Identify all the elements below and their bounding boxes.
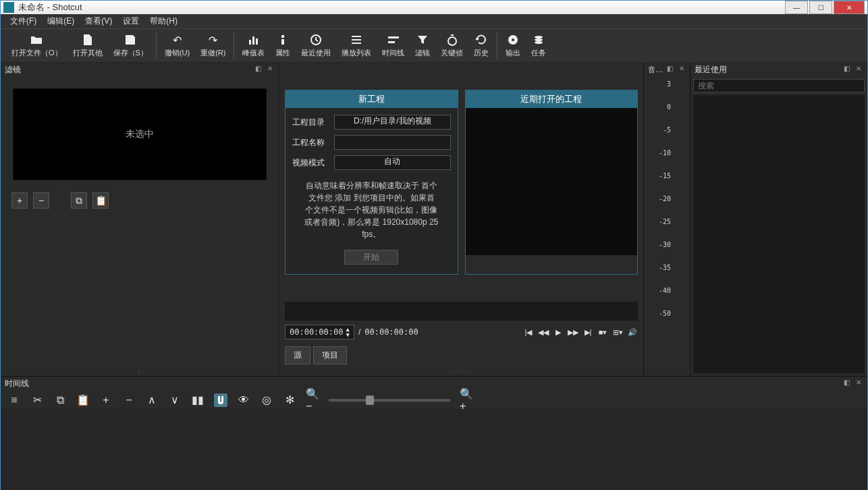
save-button[interactable]: 保存（S）	[108, 32, 153, 59]
video-mode-label: 视频模式	[292, 157, 334, 169]
player-scrubber[interactable]	[285, 302, 638, 321]
stack-icon	[532, 33, 545, 47]
svg-rect-12	[451, 34, 454, 36]
open-file-button[interactable]: 打开文件（O）	[6, 32, 67, 59]
lift-button[interactable]: ∧	[145, 393, 159, 407]
timeline-button[interactable]: 时间线	[377, 32, 410, 59]
ripple-button[interactable]: ◎	[260, 393, 273, 407]
tab-project[interactable]: 项目	[313, 346, 347, 364]
panel-close-icon[interactable]: ✕	[265, 65, 275, 74]
paste-filter-button[interactable]: 📋	[92, 192, 109, 209]
peak-meter-button[interactable]: 峰值表	[237, 32, 270, 59]
menu-edit[interactable]: 编辑(E)	[42, 14, 80, 28]
menu-help[interactable]: 帮助(H)	[144, 14, 183, 28]
jobs-button[interactable]: 任务	[526, 32, 551, 59]
panel-resize-handle[interactable]: ······	[279, 367, 643, 376]
menu-view[interactable]: 查看(V)	[80, 14, 117, 28]
timeline-icon	[387, 33, 400, 47]
overwrite-button[interactable]: ∨	[168, 393, 182, 407]
open-other-button[interactable]: 打开其他	[67, 32, 108, 59]
audio-meter-panel: 音… ◧ ✕ 30-5-10-15-20-25-30-35-40-50	[643, 63, 690, 376]
meter-tick-label: -35	[659, 264, 671, 271]
ripple-all-button[interactable]: ✻	[283, 393, 296, 407]
forward-button[interactable]: ▶▶	[568, 327, 578, 337]
playlist-button[interactable]: 播放列表	[336, 32, 377, 59]
history-button[interactable]: 历史	[468, 32, 494, 59]
grid-button[interactable]: ⊞▾	[612, 327, 623, 337]
svg-rect-1	[252, 36, 254, 45]
spinner-icon[interactable]: ▲▼	[346, 327, 349, 337]
save-icon	[124, 33, 137, 47]
panel-float-icon[interactable]: ◧	[253, 65, 263, 74]
panel-close-icon[interactable]: ✕	[854, 65, 863, 74]
add-filter-button[interactable]: +	[11, 192, 28, 209]
meter-tick-label: -40	[659, 287, 671, 294]
tab-source[interactable]: 源	[285, 346, 310, 364]
funnel-icon	[416, 33, 429, 47]
window-buttons: — ☐ ✕	[784, 1, 865, 14]
rewind-button[interactable]: ◀◀	[538, 327, 549, 337]
zoom-out-button[interactable]: 🔍−	[306, 393, 319, 407]
toolbar-separator	[497, 32, 497, 59]
copy-filter-button[interactable]: ⧉	[71, 192, 87, 209]
recent-panel-header: 最近使用 ◧ ✕	[690, 63, 867, 76]
project-name-input[interactable]	[334, 135, 451, 150]
panel-float-icon[interactable]: ◧	[842, 379, 851, 388]
panel-float-icon[interactable]: ◧	[842, 65, 851, 74]
panel-resize-handle[interactable]: ⋮	[1, 367, 279, 376]
menubar: 文件(F) 编辑(E) 查看(V) 设置 帮助(H)	[1, 14, 867, 29]
panel-float-icon[interactable]: ◧	[666, 65, 674, 74]
volume-button[interactable]: 🔊	[627, 327, 638, 337]
clock-icon	[309, 33, 323, 47]
svg-rect-8	[352, 43, 361, 44]
recent-button[interactable]: 最近使用	[296, 32, 336, 59]
paste-button[interactable]: 📋	[76, 393, 90, 407]
titlebar: 未命名 - Shotcut — ☐ ✕	[1, 1, 867, 14]
svg-rect-3	[281, 35, 284, 38]
panel-close-icon[interactable]: ✕	[677, 65, 686, 74]
project-name-row: 工程名称	[292, 135, 451, 150]
menu-file[interactable]: 文件(F)	[5, 14, 42, 28]
timecode-current[interactable]: 00:00:00:00 ▲▼	[285, 325, 354, 339]
close-button[interactable]: ✕	[834, 1, 865, 14]
zoom-thumb[interactable]	[366, 396, 374, 405]
skip-end-button[interactable]: ▶|	[582, 327, 593, 337]
project-dir-button[interactable]: D:/用户目录/我的视频	[334, 115, 451, 130]
project-cards-row: 新工程 工程目录 D:/用户目录/我的视频 工程名称 视频模式	[279, 63, 643, 275]
menu-settings[interactable]: 设置	[117, 14, 144, 28]
maximize-button[interactable]: ☐	[809, 1, 832, 14]
timeline-body[interactable]	[1, 410, 867, 490]
meter-tick-label: -50	[659, 310, 671, 317]
export-button[interactable]: 输出	[500, 32, 526, 59]
zoom-fit-button[interactable]: ■▾	[597, 327, 608, 337]
skip-start-button[interactable]: |◀	[523, 327, 534, 337]
start-button[interactable]: 开始	[344, 250, 398, 265]
copy-button[interactable]: ⧉	[53, 393, 67, 407]
properties-button[interactable]: 属性	[270, 32, 296, 59]
remove-filter-button[interactable]: −	[33, 192, 49, 209]
svg-point-16	[535, 38, 543, 41]
redo-button[interactable]: ↷重做(R)	[195, 32, 231, 59]
cut-button[interactable]: ✂	[30, 393, 44, 407]
filters-button[interactable]: 滤镜	[410, 32, 435, 59]
append-button[interactable]: +	[99, 393, 113, 407]
history-icon	[474, 33, 488, 47]
minimize-button[interactable]: —	[785, 1, 808, 14]
keyframes-button[interactable]: 关键侦	[435, 32, 468, 59]
play-button[interactable]: ▶	[553, 327, 564, 337]
video-mode-help: 自动意味着分辨率和帧速取决于 首个 文件您 添加 到您项目中的。如果首个文件不是…	[292, 175, 451, 247]
remove-button[interactable]: −	[122, 393, 136, 407]
meter-tick-label: -20	[659, 195, 671, 202]
meter-tick-label: 3	[667, 80, 671, 88]
split-button[interactable]: ▮▮	[191, 393, 205, 407]
panel-close-icon[interactable]: ✕	[854, 379, 863, 388]
video-mode-select[interactable]: 自动	[334, 155, 451, 170]
zoom-slider[interactable]	[329, 399, 450, 402]
timeline-menu-button[interactable]: ≡	[7, 393, 21, 407]
search-input[interactable]	[693, 79, 865, 92]
zoom-in-button[interactable]: 🔍+	[460, 393, 473, 407]
scrub-button[interactable]: 👁	[237, 393, 250, 407]
undo-button[interactable]: ↶撤销(U)	[159, 32, 195, 59]
svg-point-14	[512, 38, 514, 41]
snap-button[interactable]	[214, 393, 227, 407]
